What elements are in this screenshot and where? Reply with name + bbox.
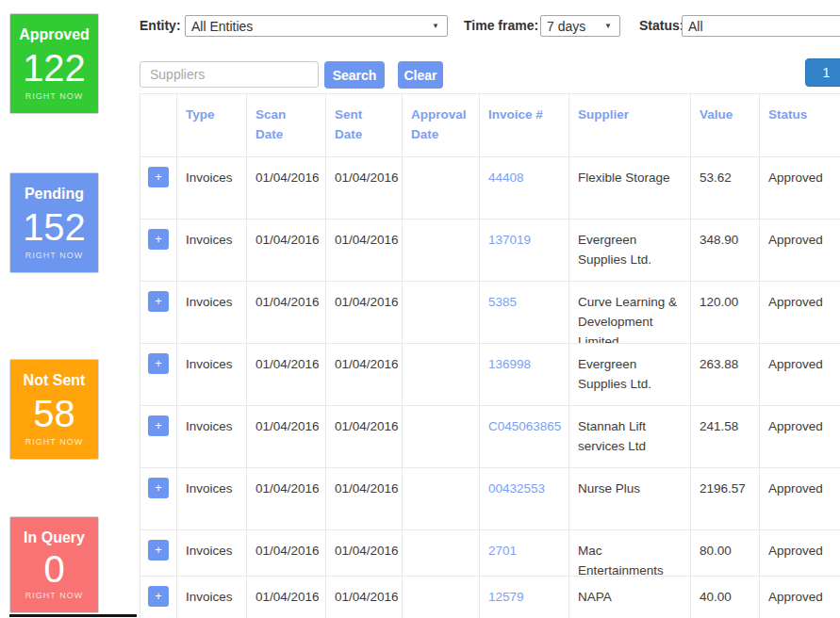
card-title: Approved (19, 26, 90, 43)
card-subtitle: RIGHT NOW (25, 437, 83, 447)
value-cell: 263.88 (691, 344, 760, 405)
timeframe-select[interactable]: 7 days ▼ (540, 15, 620, 37)
table-row: +Invoices01/04/201601/04/201600432553Nur… (140, 468, 840, 530)
header-value[interactable]: Value (691, 94, 760, 156)
status-select[interactable]: All (682, 15, 840, 37)
header-sent-date[interactable]: Sent Date (326, 94, 403, 156)
scan-date-cell: 01/04/2016 (247, 282, 326, 343)
status-select-value: All (688, 19, 703, 34)
sent-date-cell: 01/04/2016 (326, 157, 403, 219)
approval-date-cell (403, 406, 480, 467)
table-row: +Invoices01/04/201601/04/20165385Curve L… (140, 282, 840, 344)
type-cell: Invoices (177, 344, 247, 405)
supplier-cell: Curve Learning & Development Limited (569, 282, 691, 343)
status-cell: Approved (760, 157, 840, 219)
header-scan-date[interactable]: Scan Date (247, 94, 326, 156)
status-cell: Approved (760, 344, 840, 405)
status-cell: Approved (760, 468, 840, 529)
invoice-cell: C045063865 (480, 406, 569, 467)
type-cell: Invoices (177, 530, 247, 576)
approval-date-cell (403, 468, 480, 529)
supplier-cell: Evergreen Supplies Ltd. (569, 344, 691, 405)
sent-date-cell: 01/04/2016 (326, 468, 403, 529)
invoice-cell: 136998 (480, 344, 569, 405)
search-button[interactable]: Search (324, 61, 385, 89)
expand-cell: + (140, 468, 177, 529)
invoice-number-link[interactable]: 00432553 (488, 481, 545, 496)
invoice-number-link[interactable]: 44408 (488, 171, 524, 185)
supplier-cell: Stannah Lift services Ltd (569, 406, 691, 467)
approval-date-cell (403, 344, 480, 405)
scan-date-cell: 01/04/2016 (247, 577, 326, 618)
status-card-not-sent[interactable]: Not Sent 58 RIGHT NOW (9, 359, 99, 460)
card-count: 152 (23, 208, 86, 246)
invoice-number-link[interactable]: C045063865 (488, 419, 561, 433)
expand-cell: + (140, 282, 177, 343)
type-cell: Invoices (177, 157, 247, 219)
invoice-number-link[interactable]: 137019 (488, 233, 531, 247)
value-cell: 53.62 (691, 157, 760, 219)
scan-date-cell: 01/04/2016 (247, 157, 326, 219)
status-card-pending[interactable]: Pending 152 RIGHT NOW (9, 172, 99, 273)
invoice-cell: 00432553 (480, 468, 569, 529)
status-card-approved[interactable]: Approved 122 RIGHT NOW (9, 13, 99, 114)
status-card-in-query[interactable]: In Query 0 RIGHT NOW (9, 516, 99, 613)
table-row: +Invoices01/04/201601/04/2016136998Everg… (140, 344, 840, 406)
header-supplier[interactable]: Supplier (569, 94, 691, 156)
value-cell: 2196.57 (691, 468, 760, 529)
card-title: Not Sent (24, 372, 86, 389)
header-status[interactable]: Status (760, 94, 840, 156)
clear-button[interactable]: Clear (398, 61, 443, 89)
table-row: +Invoices01/04/201601/04/201644408Flexib… (140, 157, 840, 220)
status-cell: Approved (760, 406, 840, 467)
expand-cell: + (140, 577, 177, 618)
expand-cell: + (140, 344, 177, 405)
expand-row-button[interactable]: + (148, 540, 169, 561)
status-cell: Approved (760, 530, 840, 576)
chevron-down-icon: ▼ (432, 22, 439, 30)
invoice-number-link[interactable]: 2701 (488, 544, 517, 558)
expand-cell: + (140, 406, 177, 467)
approval-date-cell (403, 530, 480, 576)
entity-select[interactable]: All Entities ▼ (185, 15, 448, 37)
status-cell: Approved (760, 577, 840, 618)
sent-date-cell: 01/04/2016 (326, 577, 403, 618)
expand-row-button[interactable]: + (148, 291, 169, 312)
expand-row-button[interactable]: + (148, 167, 169, 187)
header-type[interactable]: Type (177, 94, 247, 156)
card-subtitle: RIGHT NOW (25, 591, 83, 600)
expand-row-button[interactable]: + (148, 229, 169, 250)
supplier-cell: Nurse Plus (569, 468, 691, 529)
sent-date-cell: 01/04/2016 (326, 282, 403, 343)
scan-date-cell: 01/04/2016 (247, 530, 326, 576)
table-row: +Invoices01/04/201601/04/2016137019Everg… (140, 220, 840, 282)
scan-date-cell: 01/04/2016 (247, 344, 326, 405)
header-expand (140, 94, 177, 156)
sent-date-cell: 01/04/2016 (326, 530, 403, 576)
bottom-divider (9, 614, 137, 617)
card-count: 0 (43, 550, 64, 588)
value-cell: 241.58 (691, 406, 760, 467)
invoice-number-link[interactable]: 5385 (488, 295, 517, 309)
expand-row-button[interactable]: + (148, 353, 169, 374)
expand-cell: + (140, 530, 177, 576)
invoice-number-link[interactable]: 12579 (488, 590, 524, 604)
header-approval-date[interactable]: Approval Date (403, 94, 480, 156)
invoice-cell: 12579 (480, 577, 569, 618)
invoice-number-link[interactable]: 136998 (488, 357, 531, 371)
expand-row-button[interactable]: + (148, 415, 169, 436)
supplier-search-input[interactable] (140, 61, 319, 88)
supplier-cell: NAPA (569, 577, 691, 618)
table-header-row: Type Scan Date Sent Date Approval Date I… (140, 94, 840, 157)
supplier-cell: Flexible Storage (569, 157, 691, 219)
type-cell: Invoices (177, 282, 247, 343)
header-invoice[interactable]: Invoice # (480, 94, 569, 156)
entity-select-value: All Entities (191, 19, 253, 34)
entity-filter-label: Entity: (140, 18, 181, 33)
expand-row-button[interactable]: + (148, 478, 169, 498)
expand-row-button[interactable]: + (148, 586, 169, 607)
invoice-table-body: +Invoices01/04/201601/04/201644408Flexib… (140, 157, 840, 618)
table-row: +Invoices01/04/201601/04/2016C045063865S… (140, 406, 840, 468)
sent-date-cell: 01/04/2016 (326, 406, 403, 467)
pagination-page-1-button[interactable]: 1 (805, 58, 840, 87)
